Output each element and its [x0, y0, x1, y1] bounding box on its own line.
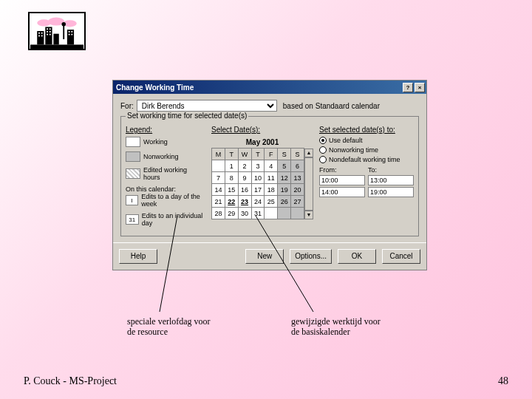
calendar-cell[interactable]: 29: [225, 208, 238, 219]
calendar-cell[interactable]: 1: [225, 160, 238, 172]
scroll-up-icon[interactable]: ▲: [304, 149, 313, 157]
calendar-dow: W: [238, 149, 251, 160]
slide-number: 48: [498, 375, 508, 387]
calendar-cell[interactable]: 20: [291, 184, 304, 196]
svg-rect-17: [50, 31, 51, 33]
dialog-title: Change Working Time: [116, 83, 194, 92]
calendar-cell[interactable]: 16: [238, 184, 251, 196]
svg-rect-6: [37, 31, 44, 44]
svg-rect-13: [41, 35, 43, 37]
calendar-cell[interactable]: [278, 208, 291, 219]
svg-rect-16: [47, 31, 48, 33]
help-button[interactable]: Help: [119, 249, 157, 264]
for-select[interactable]: Dirk Berends: [137, 100, 277, 112]
calendar-cell[interactable]: [212, 160, 225, 172]
calendar-cell[interactable]: 4: [265, 160, 278, 172]
svg-rect-22: [69, 34, 70, 35]
scroll-thumb[interactable]: [304, 157, 313, 211]
close-icon[interactable]: ×: [415, 83, 425, 92]
ok-button[interactable]: OK: [338, 249, 376, 264]
calendar-dow: S: [278, 149, 291, 160]
calendar-cell[interactable]: 8: [225, 172, 238, 184]
calendar-cell[interactable]: 15: [225, 184, 238, 196]
calendar-cell[interactable]: 14: [212, 184, 225, 196]
legend-nonworking: Nonworking: [143, 153, 179, 160]
settings-header: Set selected date(s) to:: [319, 126, 414, 134]
on-this-calendar: On this calendar:: [126, 185, 205, 193]
select-dates-label: Select Date(s):: [211, 126, 313, 134]
calendar-cell[interactable]: 27: [291, 196, 304, 208]
swatch-individual: 31: [126, 214, 139, 225]
from-1-input[interactable]: [319, 175, 365, 185]
to-1-input[interactable]: [368, 175, 414, 185]
calendar-scrollbar[interactable]: ▲ ▼: [304, 149, 313, 219]
legend-working: Working: [143, 138, 168, 146]
calendar-cell[interactable]: 18: [265, 184, 278, 196]
slide-logo: [28, 12, 86, 50]
svg-rect-18: [47, 34, 48, 35]
calendar-cell[interactable]: 3: [251, 160, 265, 172]
calendar-cell[interactable]: 5: [278, 160, 291, 172]
calendar-cell[interactable]: 6: [291, 160, 304, 172]
calendar-cell[interactable]: 13: [291, 172, 304, 184]
from-label: From:: [319, 166, 365, 174]
svg-point-5: [61, 22, 66, 27]
to-2-input[interactable]: [368, 187, 414, 197]
calendar-cell[interactable]: 10: [251, 172, 265, 184]
settings-column: Set selected date(s) to: Use default Non…: [319, 126, 414, 231]
options-button[interactable]: Options...: [290, 249, 332, 264]
calendar-month: May 2001: [211, 137, 313, 148]
for-label: For:: [120, 102, 134, 110]
svg-rect-9: [67, 30, 74, 44]
help-icon[interactable]: ?: [403, 83, 413, 92]
legend-edited: Edited working hours: [143, 166, 205, 181]
calendar-dow: T: [251, 149, 265, 160]
calendar-cell[interactable]: 31: [251, 208, 265, 219]
from-2-input[interactable]: [319, 187, 365, 197]
svg-rect-20: [69, 31, 70, 33]
calendar-cell[interactable]: 9: [238, 172, 251, 184]
calendar-cell[interactable]: 19: [278, 184, 291, 196]
svg-rect-11: [41, 33, 43, 34]
calendar-cell[interactable]: 7: [212, 172, 225, 184]
annotation-right: gewijzigde werktijd voor de basiskalende…: [291, 316, 381, 338]
legend-header: Legend:: [126, 126, 205, 134]
new-button[interactable]: New: [245, 249, 284, 264]
calendar-cell[interactable]: 28: [212, 208, 225, 219]
scroll-down-icon[interactable]: ▼: [304, 211, 313, 219]
svg-rect-19: [50, 34, 51, 35]
calendar-cell[interactable]: [291, 208, 304, 219]
calendar[interactable]: MTWTFSS 12345678910111213141516171819202…: [211, 148, 304, 219]
swatch-nonworking: [126, 151, 140, 162]
calendar-dow: M: [212, 149, 225, 160]
svg-rect-10: [38, 33, 40, 34]
radio-use-default[interactable]: Use default: [319, 137, 414, 144]
calendar-cell[interactable]: 11: [265, 172, 278, 184]
swatch-working: [126, 137, 140, 147]
group-legend: Set working time for selected date(s): [126, 112, 248, 120]
cancel-button[interactable]: Cancel: [382, 249, 420, 264]
annotation-left: speciale verlofdag voor de resource: [127, 316, 211, 338]
calendar-cell[interactable]: 17: [251, 184, 265, 196]
swatch-edited: [126, 168, 140, 179]
svg-rect-12: [38, 35, 40, 37]
calendar-cell[interactable]: 23: [238, 196, 251, 208]
calendar-cell[interactable]: 24: [251, 196, 265, 208]
calendar-cell[interactable]: 30: [238, 208, 251, 219]
calendar-cell[interactable]: 26: [278, 196, 291, 208]
radio-nonworking[interactable]: Nonworking time: [319, 146, 414, 154]
calendar-cell[interactable]: 2: [238, 160, 251, 172]
calendar-cell[interactable]: 12: [278, 172, 291, 184]
radio-nondefault[interactable]: Nondefault working time: [319, 156, 414, 163]
footer-author: P. Couck - MS-Project: [24, 375, 117, 387]
calendar-cell[interactable]: 25: [265, 196, 278, 208]
calendar-cell[interactable]: 22: [225, 196, 238, 208]
calendar-cell[interactable]: 21: [212, 196, 225, 208]
calendar-cell[interactable]: [265, 208, 278, 219]
legend-column: Legend: Working Nonworking Edited workin…: [126, 126, 205, 231]
to-label: To:: [368, 166, 414, 174]
legend-edits-day: Edits to a day of the week: [141, 193, 205, 208]
svg-rect-14: [47, 28, 48, 30]
svg-rect-21: [71, 31, 72, 33]
set-working-time-group: Set working time for selected date(s) Le…: [120, 116, 419, 236]
